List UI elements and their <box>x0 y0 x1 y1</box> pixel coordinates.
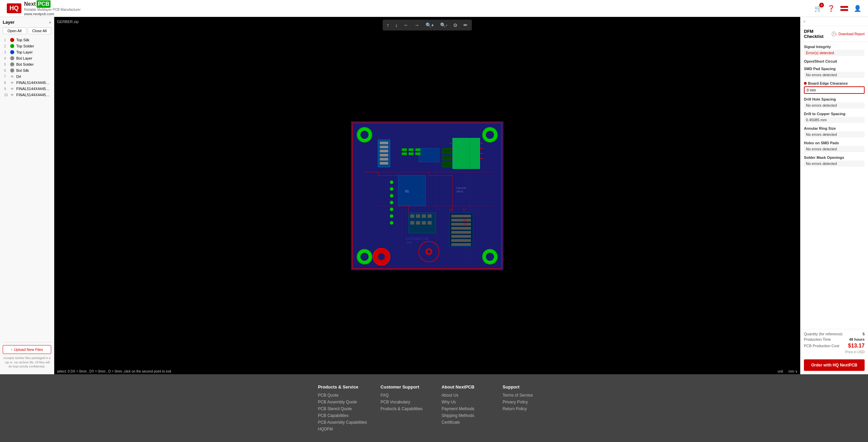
footer-link[interactable]: PCB Assembly Capabilities <box>318 420 367 425</box>
dfm-section-title: Drill to Copper Spacing <box>804 112 865 116</box>
layer-name: FINAL5144X4445.FAB <box>16 81 50 85</box>
footer-link[interactable]: Shipping Methods <box>441 413 489 418</box>
close-all-button[interactable]: Close All <box>28 27 52 34</box>
svg-rect-22 <box>380 150 388 152</box>
order-button[interactable]: Order with HQ NextPCB <box>804 359 865 371</box>
layer-color-indicator <box>10 50 14 54</box>
tool-zoom-out[interactable]: 🔍- <box>437 21 450 29</box>
footer-link[interactable]: Certificate <box>441 420 489 425</box>
footer-link[interactable]: Return Policy <box>502 406 550 411</box>
upload-files-button[interactable]: ↑ Upload New Files <box>3 345 51 354</box>
layer-color-indicator <box>10 56 14 60</box>
svg-rect-69 <box>428 221 432 225</box>
header-icons: 🛒 0 ❓ 👤 <box>814 5 861 12</box>
footer-link[interactable]: Products & Capabilities <box>380 406 428 411</box>
svg-text:U1: U1 <box>405 190 409 193</box>
footer-link[interactable]: Why Us <box>441 400 489 404</box>
layer-item[interactable]: 6Bot Silk <box>3 67 51 73</box>
logo: HQ Next PCB Reliable Multilayer PCB Manu… <box>7 0 81 16</box>
sidebar-header: Layer « <box>3 20 51 25</box>
footer-link[interactable]: PCB Capabilities <box>318 413 367 418</box>
tool-fit[interactable]: ⊙ <box>451 21 460 29</box>
tool-zoom-in[interactable]: 🔍+ <box>423 21 437 29</box>
sidebar-collapse-btn[interactable]: « <box>49 20 51 25</box>
status-text: select: 0 DX = 0mm , DY = 0mm , D = 0mm … <box>57 370 171 373</box>
footer-column: Products & ServicePCB QuotePCB Assembly … <box>318 384 367 434</box>
svg-text:D3: D3 <box>463 209 466 212</box>
tool-right[interactable]: → <box>412 21 422 29</box>
dfm-value-drill_copper: 0.45085 mm <box>804 117 865 123</box>
tool-left[interactable]: ← <box>401 21 411 29</box>
logo-text: Next PCB Reliable Multilayer PCB Manufac… <box>24 0 81 16</box>
layer-item[interactable]: 10👁FINAL5144X4445.DRD <box>3 92 51 98</box>
svg-rect-48 <box>451 231 471 234</box>
svg-point-7 <box>360 253 369 261</box>
svg-text:TS07228: TS07228 <box>456 187 466 190</box>
footer-link[interactable]: Terms of Service <box>502 393 550 398</box>
footer-link[interactable]: PCB Assembly Quote <box>318 400 367 404</box>
pcb-filename: GERBER.zip <box>57 20 79 24</box>
dfm-value-drill_hole: No errors detected <box>804 102 865 108</box>
dfm-section-title: Annular Ring Size <box>804 126 865 130</box>
layer-item[interactable]: 8👁FINAL5144X4445.FAB <box>3 80 51 86</box>
svg-rect-20 <box>380 142 388 144</box>
unit-label: unit <box>777 370 783 373</box>
svg-text:JA616: JA616 <box>456 190 463 193</box>
layer-sidebar: Layer « Open All Close All 1Top Silk2Top… <box>0 17 54 374</box>
tool-down[interactable]: ↓ <box>393 21 400 29</box>
layer-item[interactable]: 5Bot Solder <box>3 61 51 67</box>
svg-text:ELECTRONICS-BM: ELECTRONICS-BM <box>405 237 428 240</box>
footer-link[interactable]: FAQ <box>380 393 428 398</box>
price-note: Price in USD <box>804 350 865 354</box>
svg-point-56 <box>390 208 393 211</box>
tool-up[interactable]: ↑ <box>384 21 392 29</box>
download-report-btn[interactable]: ↓ Download Report <box>836 32 865 36</box>
svg-rect-33 <box>409 148 414 151</box>
cart-icon[interactable]: 🛒 0 <box>814 5 822 12</box>
svg-rect-23 <box>380 154 388 156</box>
footer-link[interactable]: PCB Vocabulary <box>380 400 428 404</box>
dfm-section-title: Board Edge Clearance <box>804 81 865 85</box>
layer-item[interactable]: 7👁Drl <box>3 73 51 80</box>
pcb-canvas: U1 <box>54 17 800 374</box>
layer-item[interactable]: 1Top Silk <box>3 37 51 43</box>
svg-rect-29 <box>442 148 451 153</box>
upload-note: Accepts Gerber files packaged in a .zip … <box>3 356 51 369</box>
svg-rect-28 <box>419 148 439 162</box>
production-time-label: Production Time <box>804 337 831 341</box>
scale-label[interactable]: mm ∨ <box>789 370 797 373</box>
svg-rect-64 <box>422 214 426 218</box>
footer-col-title: Customer Support <box>380 384 428 390</box>
footer-link[interactable]: Payment Methods <box>441 406 489 411</box>
layer-item[interactable]: 3Top Layer <box>3 49 51 55</box>
footer-link[interactable]: Privacy Policy <box>502 400 550 404</box>
svg-rect-62 <box>410 214 414 218</box>
pcb-board-svg: U1 <box>351 121 504 270</box>
footer-link[interactable]: HQDFM <box>318 427 367 432</box>
tool-pencil[interactable]: ✏ <box>461 21 470 29</box>
dfm-info-icon[interactable]: ? <box>832 31 836 36</box>
footer: Products & ServicePCB QuotePCB Assembly … <box>0 374 868 442</box>
logo-url: www.nextpcb.com <box>24 12 81 16</box>
footer-column: About NextPCBAbout UsWhy UsPayment Metho… <box>441 384 489 434</box>
dfm-section-board_edge: Board Edge Clearance <box>804 81 865 94</box>
layer-item[interactable]: 4Bot Layer <box>3 55 51 61</box>
language-flag[interactable] <box>840 6 848 11</box>
svg-rect-21 <box>380 146 388 148</box>
layer-color-indicator: 👁 <box>10 87 14 91</box>
user-icon[interactable]: 👤 <box>854 5 861 12</box>
layer-color-indicator <box>10 68 14 72</box>
dfm-field-board_edge[interactable] <box>804 86 865 94</box>
open-all-button[interactable]: Open All <box>3 27 26 34</box>
footer-link[interactable]: PCB Quote <box>318 393 367 398</box>
footer-link[interactable]: PCB Stencil Quote <box>318 406 367 411</box>
error-indicator <box>804 82 807 85</box>
help-icon[interactable]: ❓ <box>827 5 835 12</box>
footer-link[interactable]: About Us <box>441 393 489 398</box>
dfm-collapse-btn[interactable]: » <box>803 19 806 24</box>
layer-item[interactable]: 9👁FINAL5144X4445.AST <box>3 86 51 92</box>
pricing-time-row: Production Time 48 hours <box>804 337 865 341</box>
layer-color-indicator: 👁 <box>10 75 14 79</box>
layer-item[interactable]: 2Top Solder <box>3 43 51 49</box>
upload-section: ↑ Upload New Files Accepts Gerber files … <box>3 342 51 372</box>
